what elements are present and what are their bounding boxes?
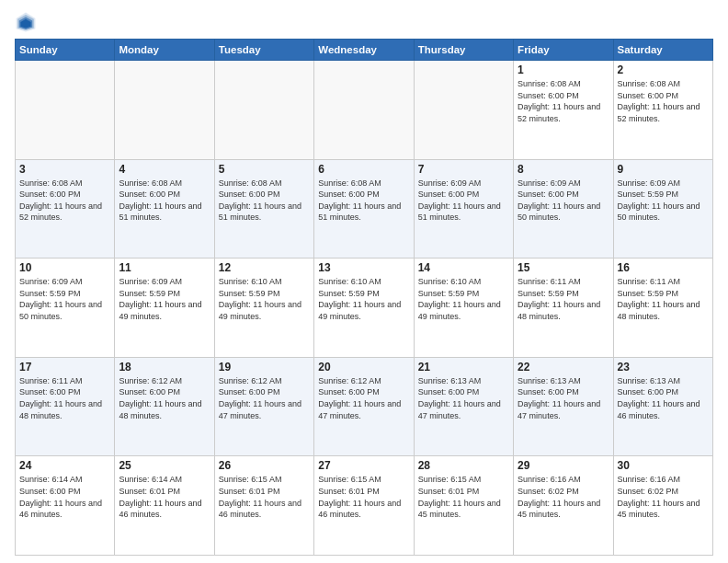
day-number: 7 [418,163,509,176]
day-number: 20 [318,361,409,373]
calendar-week-2: 3Sunrise: 6:08 AMSunset: 6:00 PMDaylight… [16,159,713,259]
day-number: 16 [618,261,709,274]
header [15,11,713,33]
calendar-cell: 25Sunrise: 6:14 AMSunset: 6:01 PMDayligh… [115,456,214,556]
day-info: Sunrise: 6:11 AMSunset: 5:59 PMDaylight:… [518,276,609,322]
day-number: 18 [119,361,210,373]
day-number: 22 [518,361,609,373]
calendar-header-row: SundayMondayTuesdayWednesdayThursdayFrid… [16,40,713,61]
calendar-cell: 21Sunrise: 6:13 AMSunset: 6:00 PMDayligh… [414,357,513,456]
calendar-cell: 7Sunrise: 6:09 AMSunset: 6:00 PMDaylight… [414,159,513,259]
calendar-cell: 23Sunrise: 6:13 AMSunset: 6:00 PMDayligh… [613,357,712,456]
day-number: 4 [119,163,210,176]
calendar-cell: 11Sunrise: 6:09 AMSunset: 5:59 PMDayligh… [115,259,214,358]
col-header-sunday: Sunday [16,40,115,61]
day-number: 3 [19,163,110,176]
day-number: 21 [418,361,509,373]
calendar-cell: 24Sunrise: 6:14 AMSunset: 6:00 PMDayligh… [16,456,115,556]
day-number: 27 [318,459,409,472]
col-header-wednesday: Wednesday [314,40,414,61]
calendar-week-4: 17Sunrise: 6:11 AMSunset: 6:00 PMDayligh… [16,357,713,456]
day-info: Sunrise: 6:09 AMSunset: 5:59 PMDaylight:… [119,276,210,322]
day-number: 28 [418,459,509,472]
col-header-friday: Friday [514,40,613,61]
page: SundayMondayTuesdayWednesdayThursdayFrid… [0,0,728,563]
calendar-week-3: 10Sunrise: 6:09 AMSunset: 5:59 PMDayligh… [16,259,713,358]
day-info: Sunrise: 6:16 AMSunset: 6:02 PMDaylight:… [618,474,709,520]
day-info: Sunrise: 6:15 AMSunset: 6:01 PMDaylight:… [418,474,509,520]
day-number: 26 [219,459,310,472]
day-number: 12 [219,261,310,274]
day-number: 1 [518,63,609,76]
day-info: Sunrise: 6:09 AMSunset: 6:00 PMDaylight:… [518,178,609,224]
day-number: 24 [19,459,110,472]
calendar-cell: 26Sunrise: 6:15 AMSunset: 6:01 PMDayligh… [214,456,313,556]
day-number: 11 [119,261,210,274]
calendar-cell [16,61,115,160]
day-info: Sunrise: 6:13 AMSunset: 6:00 PMDaylight:… [618,375,709,421]
day-number: 6 [318,163,409,176]
day-number: 23 [618,361,709,373]
day-number: 8 [518,163,609,176]
calendar-cell: 8Sunrise: 6:09 AMSunset: 6:00 PMDaylight… [514,159,613,259]
calendar-cell: 3Sunrise: 6:08 AMSunset: 6:00 PMDaylight… [16,159,115,259]
day-info: Sunrise: 6:11 AMSunset: 6:00 PMDaylight:… [19,375,110,421]
day-number: 17 [19,361,110,373]
calendar-week-5: 24Sunrise: 6:14 AMSunset: 6:00 PMDayligh… [16,456,713,556]
day-number: 29 [518,459,609,472]
calendar-cell: 2Sunrise: 6:08 AMSunset: 6:00 PMDaylight… [613,61,712,160]
day-number: 13 [318,261,409,274]
day-number: 19 [219,361,310,373]
logo [15,11,40,33]
day-number: 30 [618,459,709,472]
day-info: Sunrise: 6:08 AMSunset: 6:00 PMDaylight:… [219,178,310,224]
calendar-cell: 17Sunrise: 6:11 AMSunset: 6:00 PMDayligh… [16,357,115,456]
calendar-cell [214,61,313,160]
day-info: Sunrise: 6:14 AMSunset: 6:00 PMDaylight:… [19,474,110,520]
calendar-cell: 18Sunrise: 6:12 AMSunset: 6:00 PMDayligh… [115,357,214,456]
logo-icon [15,11,37,33]
calendar-cell: 9Sunrise: 6:09 AMSunset: 5:59 PMDaylight… [613,159,712,259]
day-number: 2 [618,63,709,76]
day-info: Sunrise: 6:10 AMSunset: 5:59 PMDaylight:… [318,276,409,322]
day-info: Sunrise: 6:08 AMSunset: 6:00 PMDaylight:… [19,178,110,224]
col-header-thursday: Thursday [414,40,513,61]
day-info: Sunrise: 6:13 AMSunset: 6:00 PMDaylight:… [418,375,509,421]
calendar-cell: 19Sunrise: 6:12 AMSunset: 6:00 PMDayligh… [214,357,313,456]
day-info: Sunrise: 6:08 AMSunset: 6:00 PMDaylight:… [119,178,210,224]
day-info: Sunrise: 6:15 AMSunset: 6:01 PMDaylight:… [219,474,310,520]
day-info: Sunrise: 6:08 AMSunset: 6:00 PMDaylight:… [518,78,609,124]
day-info: Sunrise: 6:14 AMSunset: 6:01 PMDaylight:… [119,474,210,520]
calendar-cell: 5Sunrise: 6:08 AMSunset: 6:00 PMDaylight… [214,159,313,259]
calendar-cell: 22Sunrise: 6:13 AMSunset: 6:00 PMDayligh… [514,357,613,456]
calendar-cell: 12Sunrise: 6:10 AMSunset: 5:59 PMDayligh… [214,259,313,358]
calendar-cell: 27Sunrise: 6:15 AMSunset: 6:01 PMDayligh… [314,456,414,556]
calendar-cell: 6Sunrise: 6:08 AMSunset: 6:00 PMDaylight… [314,159,414,259]
day-info: Sunrise: 6:08 AMSunset: 6:00 PMDaylight:… [618,78,709,124]
day-number: 25 [119,459,210,472]
day-info: Sunrise: 6:10 AMSunset: 5:59 PMDaylight:… [418,276,509,322]
calendar-cell: 15Sunrise: 6:11 AMSunset: 5:59 PMDayligh… [514,259,613,358]
day-number: 15 [518,261,609,274]
col-header-saturday: Saturday [613,40,712,61]
day-number: 5 [219,163,310,176]
day-info: Sunrise: 6:16 AMSunset: 6:02 PMDaylight:… [518,474,609,520]
day-info: Sunrise: 6:12 AMSunset: 6:00 PMDaylight:… [318,375,409,421]
day-number: 14 [418,261,509,274]
col-header-tuesday: Tuesday [214,40,313,61]
calendar-cell: 28Sunrise: 6:15 AMSunset: 6:01 PMDayligh… [414,456,513,556]
calendar-cell: 4Sunrise: 6:08 AMSunset: 6:00 PMDaylight… [115,159,214,259]
calendar-cell: 13Sunrise: 6:10 AMSunset: 5:59 PMDayligh… [314,259,414,358]
calendar-cell: 16Sunrise: 6:11 AMSunset: 5:59 PMDayligh… [613,259,712,358]
day-info: Sunrise: 6:10 AMSunset: 5:59 PMDaylight:… [219,276,310,322]
day-number: 10 [19,261,110,274]
col-header-monday: Monday [115,40,214,61]
calendar-cell [414,61,513,160]
calendar-table: SundayMondayTuesdayWednesdayThursdayFrid… [15,39,713,556]
calendar-cell: 14Sunrise: 6:10 AMSunset: 5:59 PMDayligh… [414,259,513,358]
calendar-cell: 30Sunrise: 6:16 AMSunset: 6:02 PMDayligh… [613,456,712,556]
day-info: Sunrise: 6:09 AMSunset: 5:59 PMDaylight:… [19,276,110,322]
calendar-week-1: 1Sunrise: 6:08 AMSunset: 6:00 PMDaylight… [16,61,713,160]
day-info: Sunrise: 6:09 AMSunset: 5:59 PMDaylight:… [618,178,709,224]
day-info: Sunrise: 6:13 AMSunset: 6:00 PMDaylight:… [518,375,609,421]
